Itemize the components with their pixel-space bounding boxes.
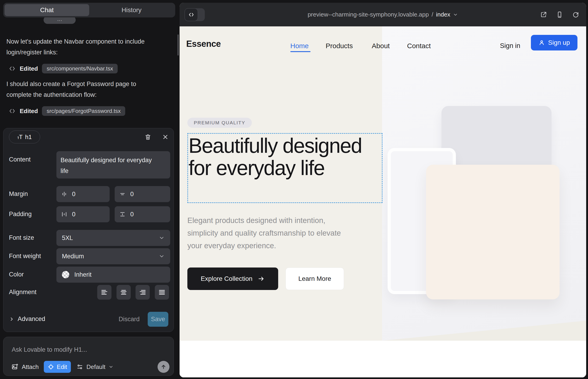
next-section (180, 341, 586, 377)
chevron-down-icon (159, 235, 165, 241)
delete-element-button[interactable] (143, 132, 153, 142)
sign-up-button[interactable]: Sign up (531, 35, 577, 50)
chat-message: Now let's update the Navbar component to… (6, 36, 149, 58)
active-nav-underline (290, 51, 310, 52)
tab-chat[interactable]: Chat (5, 4, 89, 16)
tab-history[interactable]: History (89, 4, 174, 16)
selected-element-outline[interactable]: Beautifully designed for everyday life (187, 133, 383, 203)
alignment-label: Alignment (9, 289, 36, 296)
advanced-label: Advanced (18, 316, 45, 323)
font-weight-label: Font weight (9, 253, 41, 260)
discard-button[interactable]: Discard (118, 312, 140, 327)
learn-more-button[interactable]: Learn More (286, 268, 344, 290)
code-icon (9, 108, 15, 114)
site-canvas: Essence Home Products About Contact Sign… (180, 26, 586, 377)
nav-link-home[interactable]: Home (290, 42, 309, 50)
margin-x-input[interactable]: 0 (56, 186, 110, 202)
nav-link-products[interactable]: Products (326, 42, 353, 50)
chat-composer: Ask Lovable to modify H1... Attach (3, 337, 174, 376)
chat-message: I should also create a Forgot Password p… (6, 79, 149, 100)
sign-in-link[interactable]: Sign in (500, 42, 520, 49)
font-size-select[interactable]: 5XL (56, 230, 170, 246)
explore-collection-button[interactable]: Explore Collection (187, 268, 278, 290)
element-editor-panel: тT h1 Content Beautifully designed for e… (3, 128, 174, 332)
nav-link-about[interactable]: About (372, 42, 390, 50)
margin-y-input[interactable]: 0 (115, 186, 170, 202)
hero-heading[interactable]: Beautifully designed for everyday life (188, 134, 382, 179)
padding-y-input[interactable]: 0 (115, 206, 170, 222)
preview-actions (539, 3, 580, 26)
cta-primary-label: Explore Collection (201, 275, 252, 283)
align-justify-button[interactable] (155, 285, 169, 300)
align-center-button[interactable] (117, 285, 131, 300)
chat-history-tabs: Chat History (3, 3, 175, 17)
file-chip[interactable]: src/pages/ForgotPassword.tsx (42, 106, 125, 116)
edited-file-row: Edited src/pages/ForgotPassword.tsx (9, 106, 125, 116)
decorative-card-cream (426, 165, 559, 300)
chip-dots: ··· (57, 17, 62, 24)
content-input[interactable]: Beautifully designed for everyday life (56, 151, 170, 178)
padding-vertical-icon (119, 211, 126, 218)
chevron-right-icon (9, 316, 15, 322)
margin-vertical-icon (119, 191, 126, 197)
content-label: Content (9, 156, 31, 163)
padding-label: Padding (9, 211, 32, 218)
edit-label: Edit (57, 363, 67, 371)
chevron-down-icon (108, 364, 113, 369)
typography-icon: тT (17, 134, 22, 141)
refresh-icon[interactable] (571, 10, 580, 19)
preview-toolbar: preview--charming-site-symphony.lovable.… (180, 3, 586, 26)
padding-x-value: 0 (72, 211, 76, 218)
color-value: Inherit (74, 271, 92, 278)
code-icon (9, 65, 15, 72)
attach-label: Attach (22, 363, 39, 371)
attach-image-icon (11, 363, 19, 371)
font-size-value: 5XL (62, 235, 73, 242)
advanced-toggle[interactable]: Advanced (9, 316, 45, 323)
chevron-down-icon (453, 12, 458, 17)
edited-label: Edited (20, 108, 38, 115)
nav-link-contact[interactable]: Contact (407, 42, 431, 50)
padding-horizontal-icon (61, 211, 67, 218)
edited-label: Edited (20, 65, 38, 72)
send-button[interactable] (157, 361, 170, 373)
url-separator: / (432, 11, 433, 18)
sidebar-scrollbar[interactable] (177, 34, 179, 56)
composer-placeholder[interactable]: Ask Lovable to modify H1... (12, 346, 87, 353)
margin-x-value: 0 (72, 191, 76, 198)
sign-up-label: Sign up (548, 39, 570, 46)
selected-element-pill: тT h1 (9, 130, 40, 143)
person-icon (539, 39, 545, 46)
hero-description: Elegant products designed with intention… (187, 214, 357, 252)
align-right-button[interactable] (136, 285, 150, 300)
font-weight-select[interactable]: Medium (56, 248, 170, 264)
target-icon (48, 364, 54, 370)
color-label: Color (9, 271, 24, 278)
align-left-button[interactable] (97, 285, 111, 300)
url-domain: preview--charming-site-symphony.lovable.… (308, 11, 429, 18)
arrow-right-icon (258, 275, 265, 283)
margin-horizontal-icon (61, 191, 67, 197)
file-chip[interactable]: src/components/Navbar.tsx (42, 64, 117, 73)
padding-x-input[interactable]: 0 (56, 206, 110, 222)
color-select[interactable]: Inherit (56, 267, 170, 283)
margin-label: Margin (9, 190, 28, 198)
font-weight-value: Medium (62, 253, 84, 260)
mode-select[interactable]: Default (76, 361, 113, 373)
preview-window: preview--charming-site-symphony.lovable.… (180, 3, 586, 377)
close-panel-button[interactable] (160, 132, 170, 142)
attach-button[interactable]: Attach (11, 361, 39, 373)
site-logo[interactable]: Essence (186, 39, 221, 49)
edit-mode-button[interactable]: Edit (44, 361, 71, 373)
lovable-app: Chat History ··· Now let's update the Na… (0, 0, 588, 379)
mobile-view-icon[interactable] (555, 10, 564, 19)
transparent-swatch-icon (62, 271, 69, 278)
open-external-icon[interactable] (539, 10, 548, 19)
chevron-down-icon (159, 253, 165, 259)
margin-y-value: 0 (130, 191, 134, 198)
save-button[interactable]: Save (148, 312, 168, 327)
quality-badge: PREMIUM QUALITY (187, 118, 252, 128)
url-bar[interactable]: preview--charming-site-symphony.lovable.… (180, 3, 586, 26)
mode-label: Default (86, 363, 105, 371)
element-tag-label: h1 (25, 134, 32, 141)
